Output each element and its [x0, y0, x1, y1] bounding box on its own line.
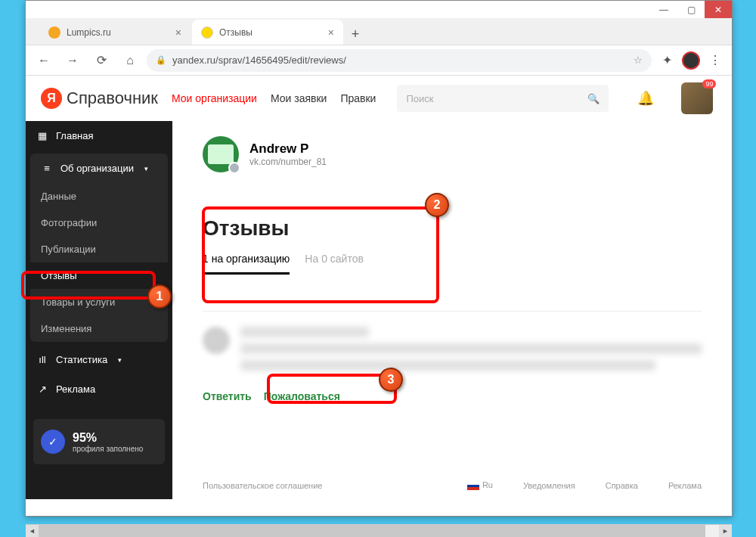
report-button[interactable]: Пожаловаться — [264, 390, 340, 402]
favicon-icon — [201, 26, 213, 39]
tab-on-sites[interactable]: На 0 сайтов — [305, 253, 364, 275]
profile-percent: 95% — [73, 431, 143, 445]
back-button[interactable]: ← — [32, 48, 56, 73]
footer-notifications[interactable]: Уведомления — [523, 481, 575, 490]
blurred-text — [240, 360, 655, 371]
check-badge-icon: ✓ — [41, 430, 65, 454]
org-avatar[interactable] — [203, 136, 239, 172]
scroll-left-icon[interactable]: ◄ — [26, 525, 39, 538]
sidebar-item-home[interactable]: ▦ Главная — [26, 121, 172, 151]
monitor-icon — [208, 144, 234, 164]
close-button[interactable]: ✕ — [705, 1, 732, 18]
menu-icon: ≡ — [41, 163, 53, 174]
marker-3: 3 — [379, 368, 403, 392]
search-placeholder: Поиск — [406, 93, 433, 104]
forward-button[interactable]: → — [60, 48, 85, 73]
extension-icon[interactable]: ✦ — [656, 50, 677, 71]
sidebar-label: Реклама — [56, 383, 95, 395]
org-subtitle: vk.com/number_81 — [249, 157, 327, 167]
tab-strip: Lumpics.ru × Отзывы × + — [26, 18, 732, 45]
minimize-button[interactable]: — — [650, 1, 677, 18]
sidebar-item-about-org[interactable]: ≡ Об организации ▾ — [30, 154, 168, 183]
footer-lang[interactable]: Ru — [467, 480, 493, 490]
sidebar: ▦ Главная ≡ Об организации ▾ Данные Фото… — [26, 121, 172, 499]
sidebar-label: Главная — [56, 130, 93, 141]
reviewer-avatar — [203, 327, 230, 354]
blurred-text — [240, 343, 702, 354]
lock-icon: 🔒 — [156, 55, 166, 65]
titlebar: — ▢ ✕ — [26, 1, 732, 18]
sidebar-sub-publications[interactable]: Публикации — [30, 236, 168, 262]
sidebar-sub-changes[interactable]: Изменения — [30, 315, 168, 342]
trend-icon: ↗ — [36, 383, 48, 395]
nav-my-requests[interactable]: Мои заявки — [271, 92, 327, 104]
main-content: Andrew P vk.com/number_81 Отзывы 1 на ор… — [172, 121, 732, 499]
profile-avatar[interactable] — [682, 51, 700, 70]
marker-1: 1 — [147, 284, 172, 309]
footer-help[interactable]: Справка — [606, 481, 638, 490]
footer: Пользовательское соглашение Ru Уведомлен… — [172, 471, 732, 499]
grid-icon: ▦ — [36, 130, 48, 141]
notification-badge: 99 — [702, 79, 716, 88]
tab-on-org[interactable]: 1 на организацию — [203, 253, 290, 275]
sidebar-label: Об организации — [60, 163, 134, 174]
tab-title: Lumpics.ru — [67, 27, 111, 38]
maximize-button[interactable]: ▢ — [677, 1, 705, 18]
review-tabs: 1 на организацию На 0 сайтов — [203, 253, 702, 288]
scroll-thumb[interactable] — [39, 525, 705, 537]
browser-window: — ▢ ✕ Lumpics.ru × Отзывы × + ← → ⟳ ⌂ 🔒 … — [25, 0, 733, 517]
review-actions: Ответить Пожаловаться — [203, 390, 702, 402]
nav-edits[interactable]: Правки — [340, 92, 376, 104]
tab-reviews[interactable]: Отзывы × — [192, 20, 343, 45]
review-list: Ответить Пожаловаться — [203, 311, 702, 402]
org-header: Andrew P vk.com/number_81 — [203, 136, 702, 172]
flag-ru-icon — [467, 482, 479, 490]
home-button[interactable]: ⌂ — [118, 48, 142, 73]
new-tab-button[interactable]: + — [345, 23, 366, 45]
tab-close-icon[interactable]: × — [175, 26, 181, 39]
bell-icon[interactable]: 🔔 — [637, 90, 654, 107]
bookmark-star-icon[interactable]: ☆ — [634, 54, 643, 66]
chevron-down-icon: ▾ — [118, 356, 122, 364]
sidebar-group-about: ≡ Об организации ▾ Данные Фотографии Пуб… — [30, 154, 168, 342]
tab-close-icon[interactable]: × — [328, 26, 334, 39]
sidebar-sub-photos[interactable]: Фотографии — [30, 210, 168, 236]
profile-completion[interactable]: ✓ 95% профиля заполнено — [33, 419, 165, 464]
nav-my-orgs[interactable]: Мои организации — [172, 92, 257, 104]
url-text: yandex.ru/sprav/14656495/edit/reviews/ — [172, 54, 346, 66]
sidebar-label: Статистика — [56, 354, 107, 365]
reload-button[interactable]: ⟳ — [89, 48, 113, 73]
page-content: Я Справочник Мои организации Мои заявки … — [26, 76, 732, 499]
reviews-title: Отзывы — [203, 195, 702, 241]
stats-icon: ıll — [36, 354, 48, 365]
tab-title: Отзывы — [219, 27, 253, 38]
review-item — [203, 327, 702, 377]
org-name: Andrew P — [249, 141, 327, 157]
tab-lumpics[interactable]: Lumpics.ru × — [39, 20, 191, 45]
marker-2: 2 — [425, 193, 449, 217]
reply-button[interactable]: Ответить — [203, 390, 252, 402]
sidebar-item-stats[interactable]: ıll Статистика ▾ — [26, 345, 172, 374]
body-row: ▦ Главная ≡ Об организации ▾ Данные Фото… — [26, 121, 732, 499]
blurred-text — [240, 327, 369, 337]
user-avatar[interactable]: 99 — [681, 82, 713, 114]
search-icon: 🔍 — [587, 93, 600, 104]
chevron-down-icon: ▾ — [144, 165, 148, 172]
sidebar-item-ads[interactable]: ↗ Реклама — [26, 374, 172, 404]
yandex-badge-icon: Я — [41, 88, 62, 109]
menu-icon[interactable]: ⋮ — [705, 50, 726, 71]
sidebar-sub-reviews[interactable]: Отзывы — [30, 262, 168, 289]
footer-ads[interactable]: Реклама — [668, 481, 702, 490]
sidebar-sub-data[interactable]: Данные — [30, 183, 168, 210]
url-bar[interactable]: 🔒 yandex.ru/sprav/14656495/edit/reviews/… — [147, 49, 652, 72]
horizontal-scrollbar[interactable]: ◄ ► — [26, 524, 732, 537]
logo-text: Справочник — [67, 88, 158, 108]
yandex-header: Я Справочник Мои организации Мои заявки … — [26, 76, 732, 121]
profile-label: профиля заполнено — [73, 445, 143, 453]
search-input[interactable]: Поиск 🔍 — [397, 85, 609, 112]
footer-agreement[interactable]: Пользовательское соглашение — [203, 481, 322, 490]
yandex-logo[interactable]: Я Справочник — [41, 88, 158, 109]
verify-badge-icon — [228, 162, 240, 174]
scroll-right-icon[interactable]: ► — [719, 525, 732, 538]
address-bar: ← → ⟳ ⌂ 🔒 yandex.ru/sprav/14656495/edit/… — [26, 45, 732, 76]
